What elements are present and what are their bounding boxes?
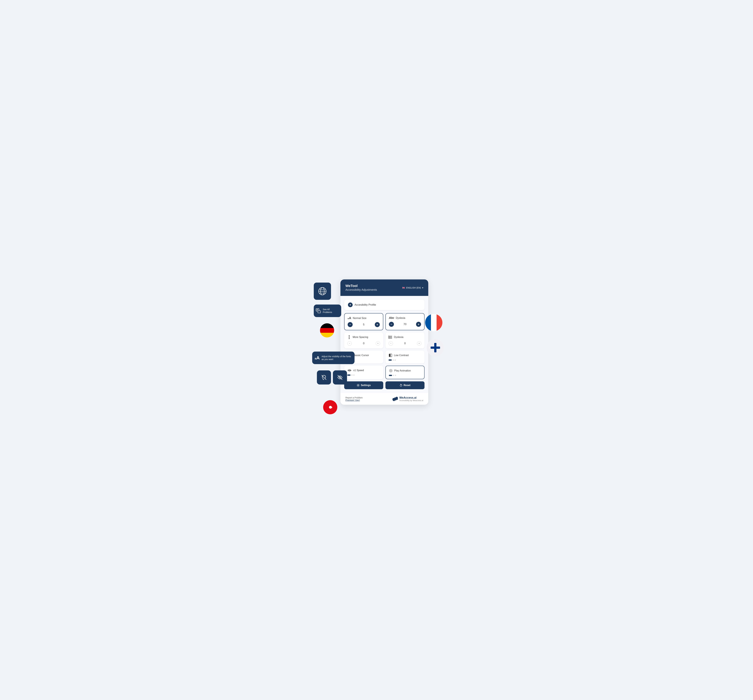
font-label: Adjust the visibility of the fonts as yo…: [322, 355, 352, 361]
vision-icon-box[interactable]: [333, 370, 347, 385]
more-spacing-icon: [347, 335, 351, 339]
flag-fr-red: [437, 314, 442, 331]
play-animation-toggle: [389, 375, 421, 376]
more-spacing-top: More Spacing: [347, 335, 380, 339]
language-selector[interactable]: 🇬🇧 ENGLISH (EN) ▾: [402, 287, 423, 289]
dyslexia-spacing-icon: [389, 335, 392, 339]
low-contrast-card[interactable]: Low Contrast: [386, 351, 425, 363]
settings-icon: [357, 384, 359, 387]
dyslexia-spacing-minus[interactable]: −: [389, 341, 393, 346]
hearing-icon-box[interactable]: [317, 370, 331, 385]
profile-plus-icon: +: [348, 302, 353, 307]
dyslexia-font-label: Dyslexia: [396, 316, 405, 320]
weaccess-logo: [392, 397, 398, 401]
dyslexia-spacing-top: Dyslexia: [389, 335, 421, 339]
panel-body: + Accesibility Profile aA Normal Size − …: [341, 296, 428, 393]
bottom-buttons: Settings Reset: [344, 381, 425, 389]
dyslexia-spacing-stepper: − 0 +: [389, 341, 421, 346]
flag-fr-white: [431, 314, 437, 331]
pa-dot-1: [389, 375, 392, 376]
language-label: ENGLISH (EN): [406, 287, 421, 289]
flag-german[interactable]: [320, 323, 334, 337]
chevron-down-icon: ▾: [422, 287, 423, 289]
normal-size-plus[interactable]: +: [375, 322, 380, 327]
pa-dot-2: [393, 375, 394, 376]
dyslexia-spacing-value: 0: [395, 342, 415, 345]
reset-button[interactable]: Reset: [386, 381, 425, 389]
premium-link[interactable]: Premium' Geç!: [345, 399, 363, 401]
classic-cursor-label: Classic Cursor: [353, 354, 369, 357]
no-vision-icon: [336, 374, 344, 381]
dyslexia-font-top: Abc Dyslexia: [389, 316, 421, 320]
waveform-icon: [347, 368, 352, 372]
svg-rect-5: [316, 309, 319, 311]
svg-rect-16: [431, 346, 440, 349]
settings-label: Settings: [361, 384, 371, 387]
low-contrast-top: Low Contrast: [389, 354, 421, 357]
no-hearing-icon: [320, 374, 327, 381]
footer-brand-group: WeAccess.ai Accessibility by Weaccess.ai: [399, 396, 423, 402]
low-contrast-label: Low Contrast: [394, 354, 409, 357]
x1-speed-card[interactable]: x1 Speed: [344, 366, 383, 379]
profile-label: Accesibility Profile: [355, 303, 376, 306]
normal-size-top: aA Normal Size: [348, 316, 380, 320]
lc-dot-3: [395, 359, 396, 361]
footer-left: Report a Problem Premium' Geç!: [345, 396, 363, 401]
accessibility-profile-bar[interactable]: + Accesibility Profile: [344, 300, 425, 310]
pa-dot-3: [395, 375, 396, 376]
svg-point-38: [390, 370, 391, 371]
dyslexia-font-card: Abc Dyslexia − 70 +: [386, 313, 425, 330]
settings-button[interactable]: Settings: [344, 381, 383, 389]
accessibility-icons: [317, 370, 347, 385]
main-panel: WeTool Accessibility Adjustments 🇬🇧 ENGL…: [341, 279, 428, 405]
normal-size-minus[interactable]: −: [348, 322, 353, 327]
svg-point-39: [358, 385, 359, 386]
globe-icon-box[interactable]: [314, 282, 331, 300]
play-animation-label: Play Animation: [394, 369, 411, 372]
dyslexia-spacing-card: Dyslexia − 0 +: [386, 332, 425, 348]
normal-size-card: aA Normal Size − 5 +: [344, 313, 383, 330]
reset-label: Reset: [404, 384, 411, 387]
flag-tr-symbols: [325, 402, 335, 412]
normal-size-icon: aA: [348, 316, 351, 320]
panel-header: WeTool Accessibility Adjustments 🇬🇧 ENGL…: [341, 279, 428, 296]
normal-size-stepper: − 5 +: [348, 322, 380, 327]
svg-point-37: [389, 369, 392, 372]
sp-dot-1: [347, 374, 350, 376]
sp-dot-3: [353, 374, 355, 376]
flag-finnish[interactable]: [427, 339, 444, 356]
play-animation-card[interactable]: Play Animation: [386, 366, 425, 379]
dyslexia-spacing-plus[interactable]: +: [417, 341, 421, 346]
normal-size-value: 5: [353, 323, 375, 326]
flag-de-gold: [320, 333, 334, 337]
weaccess-logo-icon: [392, 397, 398, 401]
font-visibility-card: a A Adjust the visibility of the fonts a…: [312, 352, 355, 364]
panel-title-group: WeTool Accessibility Adjustments: [345, 284, 377, 292]
animation-icon: [389, 369, 393, 373]
svg-rect-8: [318, 311, 321, 313]
dyslexia-font-stepper: − 70 +: [389, 322, 421, 327]
flag-turkish[interactable]: [323, 400, 337, 414]
dyslexia-font-minus[interactable]: −: [389, 322, 394, 327]
dyslexia-font-icon: Abc: [389, 316, 394, 320]
sp-dot-2: [351, 374, 353, 376]
more-spacing-label: More Spacing: [353, 336, 368, 338]
more-spacing-minus[interactable]: −: [347, 341, 352, 346]
lc-dot-1: [389, 359, 392, 361]
main-scene: See All Problems a A Adjust the visibili…: [315, 279, 438, 421]
see-all-problems-button[interactable]: See All Problems: [314, 304, 341, 317]
report-problem-text: Report a Problem: [345, 396, 363, 399]
x1-speed-top: x1 Speed: [347, 368, 380, 372]
problems-label: See All Problems: [323, 308, 339, 313]
dyslexia-font-plus[interactable]: +: [416, 322, 421, 327]
panel-footer: Report a Problem Premium' Geç! WeAccess.…: [341, 393, 428, 405]
dyslexia-font-value: 70: [394, 323, 416, 326]
flag-de-red: [320, 328, 334, 333]
flag-french[interactable]: [425, 314, 442, 331]
uk-flag-icon: 🇬🇧: [402, 287, 405, 289]
more-spacing-plus[interactable]: +: [376, 341, 380, 346]
contrast-icon: [389, 354, 392, 357]
play-animation-top: Play Animation: [389, 369, 421, 373]
cross-icon: [430, 342, 441, 353]
app-name: WeTool: [345, 284, 377, 288]
